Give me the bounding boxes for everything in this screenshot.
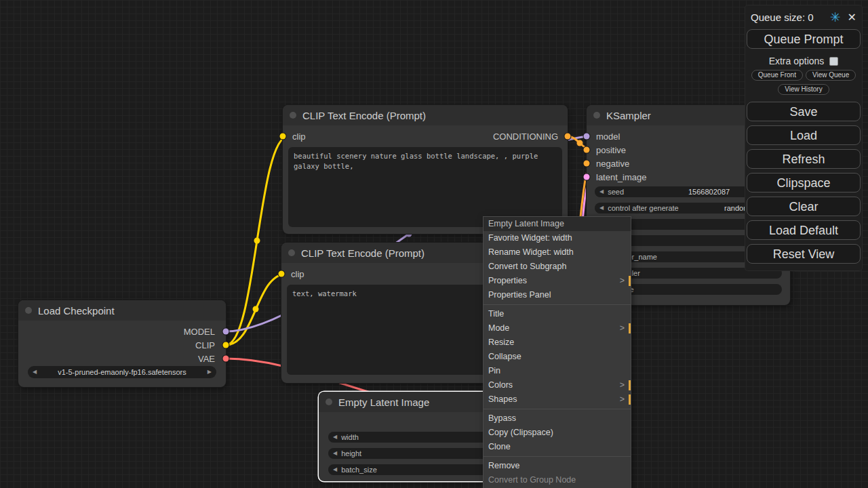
menu-item-collapse[interactable]: Collapse (484, 350, 631, 364)
clip-output-label: CLIP (195, 340, 215, 350)
widget-left-arrow-icon[interactable]: ◀ (599, 186, 604, 197)
queue-prompt-button[interactable]: Queue Prompt (747, 29, 861, 49)
view-history-button[interactable]: View History (778, 84, 829, 95)
vae-output-label: VAE (198, 354, 215, 364)
negative-input-label: negative (596, 159, 629, 169)
seed-label: seed (608, 188, 624, 196)
widget-left-arrow-icon[interactable]: ◀ (333, 432, 337, 443)
queue-size-label: Queue size: 0 (751, 12, 830, 23)
height-label: height (341, 449, 361, 458)
clear-button[interactable]: Clear (747, 197, 861, 216)
clip-output-slot[interactable] (223, 342, 229, 348)
ckpt-name-value: v1-5-pruned-emaonly-fp16.safetensors (37, 368, 208, 376)
menu-item-copy-clipspace[interactable]: Copy (Clipspace) (484, 426, 631, 440)
menu-item-convert-to-subgraph[interactable]: Convert to Subgraph (484, 260, 631, 274)
node-title: CLIP Text Encode (Prompt) (302, 110, 426, 121)
save-button[interactable]: Save (747, 102, 861, 121)
node-title-bar[interactable]: Load Checkpoint (18, 300, 226, 321)
submenu-arrow-icon: > (620, 321, 625, 336)
model-input-label: model (596, 131, 620, 142)
widget-left-arrow-icon[interactable]: ◀ (333, 448, 337, 459)
node-graph-canvas[interactable]: { "icons": { "left_arrow": "◀", "right_a… (0, 0, 868, 488)
submenu-arrow-icon: > (620, 392, 625, 407)
positive-input-slot[interactable] (584, 147, 590, 153)
widget-left-arrow-icon[interactable]: ◀ (333, 464, 337, 475)
menu-item-mode[interactable]: Mode > (484, 321, 631, 336)
submenu-accent-bar (629, 380, 631, 390)
submenu-accent-bar (629, 394, 631, 405)
control-after-generate-label: control after generate (608, 204, 679, 212)
clip-input-label: clip (292, 131, 306, 142)
menu-item-convert-to-group-node[interactable]: Convert to Group Node (Deprecated) (484, 473, 631, 487)
prompt-textarea[interactable]: beautiful scenery nature glass bottle la… (288, 147, 562, 227)
width-label: width (341, 433, 359, 441)
clip-input-label: clip (291, 269, 304, 279)
queue-front-button[interactable]: Queue Front (751, 70, 803, 81)
load-button[interactable]: Load (747, 125, 861, 145)
positive-input-label: positive (596, 145, 626, 155)
clipspace-button[interactable]: Clipspace (747, 173, 861, 192)
negative-input-slot[interactable] (584, 161, 590, 167)
combo-right-arrow-icon[interactable]: ▶ (208, 367, 212, 378)
node-title: Empty Latent Image (338, 396, 429, 408)
menu-separator (484, 409, 631, 409)
menu-item-title[interactable]: Title (484, 307, 631, 321)
reset-view-button[interactable]: Reset View (747, 244, 861, 264)
conditioning-output-label: CONDITIONING (493, 131, 558, 142)
conditioning-output-slot[interactable] (565, 134, 571, 140)
node-collapse-dot-icon[interactable] (25, 307, 32, 314)
node-context-menu: Empty Latent Image Favorite Widget: widt… (484, 217, 631, 488)
context-menu-title: Empty Latent Image (484, 217, 631, 231)
menu-item-favorite-widget[interactable]: Favorite Widget: width (484, 231, 631, 245)
extra-options-label: Extra options (769, 56, 825, 66)
view-queue-button[interactable]: View Queue (806, 70, 856, 81)
latent-image-input-slot[interactable] (584, 174, 590, 180)
refresh-button[interactable]: Refresh (747, 149, 861, 169)
close-icon[interactable]: ✕ (848, 11, 856, 24)
widget-left-arrow-icon[interactable]: ◀ (599, 203, 604, 214)
submenu-arrow-icon: > (620, 274, 625, 288)
menu-item-colors[interactable]: Colors > (484, 378, 631, 392)
menu-item-bypass[interactable]: Bypass (484, 411, 631, 426)
seed-value: 1566802087 (688, 188, 730, 196)
menu-item-shapes[interactable]: Shapes > (484, 392, 631, 407)
menu-item-rename-widget[interactable]: Rename Widget: width (484, 245, 631, 260)
clip-input-slot[interactable] (279, 271, 285, 277)
node-clip-text-encode-positive[interactable]: CLIP Text Encode (Prompt) clip CONDITION… (283, 105, 568, 234)
model-output-slot[interactable] (223, 329, 229, 335)
submenu-arrow-icon: > (620, 378, 625, 392)
extra-options-checkbox[interactable] (829, 57, 838, 66)
link-midpoint-dot (577, 140, 583, 146)
menu-separator (484, 456, 631, 457)
menu-item-resize[interactable]: Resize (484, 336, 631, 350)
link-midpoint-dot (254, 238, 260, 244)
submenu-accent-bar (629, 323, 631, 333)
node-title: KSampler (606, 110, 651, 121)
node-load-checkpoint[interactable]: Load Checkpoint MODEL CLIP VAE ◀ v1-5-pr… (18, 300, 226, 387)
menu-item-clone[interactable]: Clone (484, 440, 631, 454)
menu-separator (484, 304, 631, 305)
settings-gear-icon[interactable]: ✳ (830, 9, 841, 25)
menu-item-properties-panel[interactable]: Properties Panel (484, 288, 631, 302)
node-title: CLIP Text Encode (Prompt) (301, 247, 425, 259)
node-title: Load Checkpoint (38, 305, 115, 317)
clip-input-slot[interactable] (280, 134, 286, 140)
latent-image-input-label: latent_image (596, 172, 646, 182)
menu-item-properties[interactable]: Properties > (484, 274, 631, 288)
menu-item-remove[interactable]: Remove (484, 459, 631, 473)
node-collapse-dot-icon[interactable] (290, 112, 296, 119)
model-output-label: MODEL (184, 327, 215, 337)
node-collapse-dot-icon[interactable] (593, 112, 600, 119)
link-midpoint-dot (253, 306, 259, 312)
load-default-button[interactable]: Load Default (747, 220, 861, 240)
comfy-menu-panel: Queue size: 0 ✳ ✕ Queue Prompt Extra opt… (745, 5, 862, 270)
menu-item-pin[interactable]: Pin (484, 364, 631, 378)
batch-size-label: batch_size (341, 466, 377, 474)
node-collapse-dot-icon[interactable] (326, 399, 332, 405)
model-input-slot[interactable] (584, 134, 590, 140)
ckpt-name-combo-widget[interactable]: ◀ v1-5-pruned-emaonly-fp16.safetensors ▶ (28, 366, 216, 378)
submenu-accent-bar (629, 276, 631, 286)
node-collapse-dot-icon[interactable] (288, 249, 295, 256)
node-title-bar[interactable]: CLIP Text Encode (Prompt) (283, 105, 568, 125)
vae-output-slot[interactable] (223, 356, 229, 362)
